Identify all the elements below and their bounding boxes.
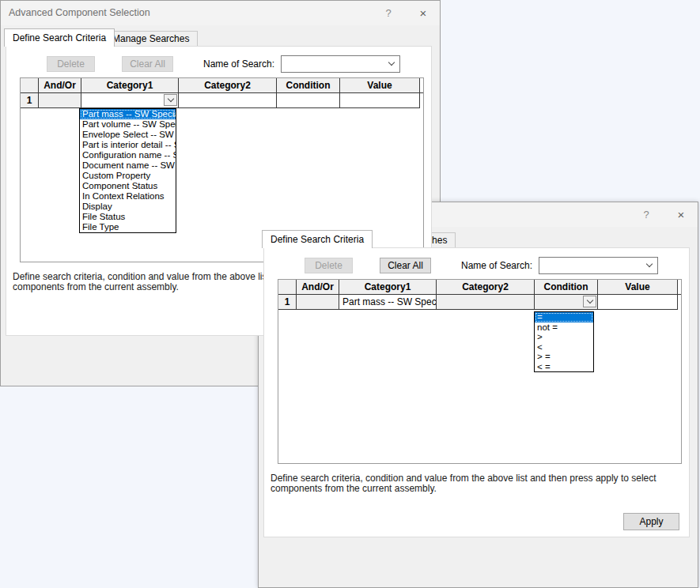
- dropdown-option[interactable]: >: [535, 332, 593, 342]
- close-icon[interactable]: ×: [671, 205, 691, 224]
- header-row-number: [278, 280, 297, 295]
- dropdown-option[interactable]: Part volume -- SW Special: [80, 119, 176, 130]
- dropdown-option[interactable]: Configuration name -- SW Special: [80, 150, 176, 160]
- grid-header-row: And/Or Category1 Category2 Condition Val…: [278, 280, 681, 295]
- row-number-cell: 1: [278, 295, 297, 310]
- header-category2: Category2: [179, 78, 277, 93]
- dropdown-option[interactable]: Part is interior detail -- SW Special: [80, 140, 176, 150]
- category1-cell-value: [81, 95, 85, 106]
- chevron-down-icon[interactable]: [164, 94, 177, 106]
- value-cell[interactable]: [340, 93, 420, 108]
- instruction-text-line2: components from the current assembly.: [271, 483, 437, 494]
- dropdown-option[interactable]: In Context Relations: [80, 191, 176, 202]
- category1-dropdown-list: Part mass -- SW Special Part volume -- S…: [79, 108, 176, 233]
- dropdown-option[interactable]: not =: [535, 322, 593, 333]
- condition-cell[interactable]: [277, 93, 340, 108]
- clear-all-button[interactable]: Clear All: [380, 258, 431, 273]
- header-value: Value: [340, 78, 420, 93]
- delete-button[interactable]: Delete: [305, 258, 353, 273]
- chevron-down-icon[interactable]: [384, 56, 399, 72]
- dropdown-option[interactable]: File Status: [80, 212, 176, 222]
- title-bar: Advanced Component Selection ? ×: [1, 1, 440, 25]
- grid-header-row: And/Or Category1 Category2 Condition Val…: [21, 78, 423, 93]
- condition-dropdown-list: = not = > < > = < =: [534, 311, 594, 372]
- grid-row-1: 1 Part mass -- SW Special: [278, 295, 681, 310]
- header-row-number: [21, 78, 39, 93]
- dropdown-option[interactable]: Custom Property: [80, 171, 176, 181]
- row-spacer: [678, 295, 681, 310]
- delete-button[interactable]: Delete: [47, 56, 95, 72]
- header-and-or: And/Or: [297, 280, 339, 295]
- category1-combobox-cell[interactable]: [81, 93, 179, 108]
- help-icon[interactable]: ?: [636, 205, 656, 224]
- instruction-text-line2: components from the current assembly.: [13, 281, 179, 292]
- name-of-search-label: Name of Search:: [203, 58, 274, 70]
- header-category1: Category1: [81, 78, 179, 93]
- tab-manage-searches[interactable]: Manage Searches: [104, 31, 198, 46]
- category1-cell[interactable]: Part mass -- SW Special: [339, 295, 437, 310]
- advanced-component-selection-dialog-front: Advanced Component Selection ? × Define …: [258, 202, 698, 588]
- header-spacer: [420, 78, 423, 93]
- and-or-cell[interactable]: [39, 93, 81, 108]
- tab-define-search-criteria[interactable]: Define Search Criteria: [262, 230, 373, 248]
- grid-row-1: 1: [21, 93, 423, 108]
- header-category1: Category1: [339, 280, 437, 295]
- dropdown-option[interactable]: < =: [535, 362, 593, 372]
- category2-cell[interactable]: [179, 93, 277, 108]
- name-of-search-combobox[interactable]: [539, 257, 658, 274]
- condition-cell-value: [535, 296, 538, 307]
- header-spacer: [678, 280, 681, 295]
- condition-combobox-cell[interactable]: [535, 295, 598, 310]
- apply-button[interactable]: Apply: [623, 513, 679, 530]
- header-condition: Condition: [535, 280, 598, 295]
- instruction-text-line1: Define search criteria, condition and va…: [271, 473, 656, 484]
- chevron-down-icon[interactable]: [583, 296, 596, 307]
- dropdown-option[interactable]: =: [535, 312, 593, 322]
- dropdown-option[interactable]: Document name -- SW Special: [80, 160, 176, 171]
- row-spacer: [420, 93, 423, 108]
- dropdown-option[interactable]: Part mass -- SW Special: [80, 109, 176, 119]
- tab-define-search-criteria[interactable]: Define Search Criteria: [4, 28, 115, 47]
- row-number-cell: 1: [21, 93, 39, 108]
- header-value: Value: [598, 280, 678, 295]
- category2-cell[interactable]: [437, 295, 535, 310]
- dialog-title: Advanced Component Selection: [9, 7, 150, 18]
- chevron-down-icon[interactable]: [641, 258, 657, 273]
- help-icon[interactable]: ?: [378, 4, 399, 22]
- name-of-search-label: Name of Search:: [461, 260, 532, 271]
- and-or-cell[interactable]: [297, 295, 339, 310]
- value-cell[interactable]: [598, 295, 678, 310]
- tab-page: Delete Clear All Name of Search: And/Or …: [263, 247, 690, 537]
- dropdown-option[interactable]: Envelope Select -- SW Special: [80, 130, 176, 140]
- dropdown-option[interactable]: File Type: [80, 222, 176, 232]
- name-of-search-combobox[interactable]: [281, 55, 400, 73]
- header-and-or: And/Or: [39, 78, 81, 93]
- dropdown-option[interactable]: Display: [80, 202, 176, 212]
- criteria-grid: And/Or Category1 Category2 Condition Val…: [278, 279, 682, 464]
- header-category2: Category2: [437, 280, 535, 295]
- clear-all-button[interactable]: Clear All: [122, 56, 173, 72]
- dropdown-option[interactable]: <: [535, 342, 593, 352]
- header-condition: Condition: [277, 78, 340, 93]
- dropdown-option[interactable]: Component Status: [80, 181, 176, 191]
- dropdown-option[interactable]: > =: [535, 352, 593, 362]
- close-icon[interactable]: ×: [413, 4, 433, 22]
